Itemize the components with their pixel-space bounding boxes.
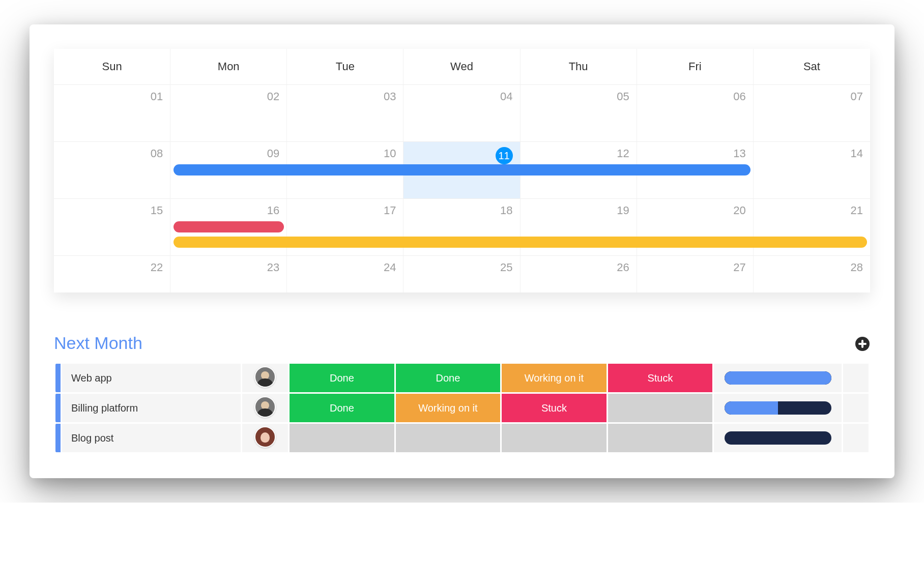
row-accent xyxy=(55,394,61,422)
calendar-body: 01 02 03 04 05 06 07 08 09 10 11 12 13 1… xyxy=(54,85,870,292)
day-header-mon: Mon xyxy=(170,49,287,85)
board-table: Web appDoneDoneWorking on itStuckBilling… xyxy=(54,362,870,454)
calendar-cell[interactable]: 03 xyxy=(287,85,403,142)
status-cell[interactable] xyxy=(290,424,394,452)
day-header-thu: Thu xyxy=(521,49,637,85)
calendar-event-bar[interactable] xyxy=(174,164,750,175)
calendar-cell[interactable]: 22 xyxy=(54,256,170,292)
calendar-cell[interactable]: 27 xyxy=(637,256,754,292)
status-cell[interactable] xyxy=(396,424,501,452)
calendar-cell[interactable]: 07 xyxy=(754,85,870,142)
timeline-cell[interactable] xyxy=(714,394,842,422)
calendar-cell[interactable]: 04 xyxy=(403,85,520,142)
day-header-sun: Sun xyxy=(54,49,170,85)
timeline-cell[interactable] xyxy=(714,424,842,452)
calendar-cell[interactable]: 06 xyxy=(637,85,754,142)
board-row: Blog post xyxy=(55,424,869,452)
trailing-cell xyxy=(843,364,869,392)
board-row: Billing platformDoneWorking on itStuck xyxy=(55,394,869,422)
status-cell[interactable]: Done xyxy=(396,364,501,392)
today-badge: 11 xyxy=(496,147,513,164)
timeline-bar xyxy=(725,371,831,385)
status-cell[interactable] xyxy=(502,424,607,452)
row-accent xyxy=(55,424,61,452)
trailing-cell xyxy=(843,394,869,422)
calendar-cell[interactable]: 05 xyxy=(521,85,637,142)
calendar-row: 22 23 24 25 26 27 28 xyxy=(54,256,870,292)
task-name[interactable]: Web app xyxy=(62,364,241,392)
day-header-fri: Fri xyxy=(637,49,754,85)
calendar: Sun Mon Tue Wed Thu Fri Sat 01 02 03 04 … xyxy=(54,49,870,292)
calendar-event-bar[interactable] xyxy=(174,221,284,232)
day-header-wed: Wed xyxy=(403,49,520,85)
calendar-cell[interactable]: 08 xyxy=(54,142,170,199)
owner-cell[interactable] xyxy=(242,394,288,422)
avatar-icon xyxy=(254,366,276,388)
svg-rect-2 xyxy=(858,343,867,345)
calendar-cell[interactable]: 24 xyxy=(287,256,403,292)
calendar-cell[interactable]: 28 xyxy=(754,256,870,292)
status-cell[interactable] xyxy=(608,424,713,452)
trailing-cell xyxy=(843,424,869,452)
timeline-bar xyxy=(725,401,831,415)
calendar-cell[interactable]: 14 xyxy=(754,142,870,199)
status-cell[interactable]: Done xyxy=(290,394,394,422)
calendar-event-bar[interactable] xyxy=(174,237,867,248)
plus-circle-icon xyxy=(855,336,870,352)
task-name[interactable]: Blog post xyxy=(62,424,241,452)
board-section: Next Month Web appDoneDoneWorking on itS… xyxy=(54,333,870,454)
avatar-icon xyxy=(254,396,276,418)
status-cell[interactable] xyxy=(608,394,713,422)
task-name[interactable]: Billing platform xyxy=(62,394,241,422)
day-header-sat: Sat xyxy=(754,49,870,85)
timeline-bar xyxy=(725,431,831,445)
calendar-header: Sun Mon Tue Wed Thu Fri Sat xyxy=(54,49,870,85)
status-cell[interactable]: Working on it xyxy=(502,364,607,392)
calendar-cell[interactable]: 15 xyxy=(54,199,170,256)
row-accent xyxy=(55,364,61,392)
day-header-tue: Tue xyxy=(287,49,403,85)
status-cell[interactable]: Stuck xyxy=(608,364,713,392)
add-button[interactable] xyxy=(855,336,870,352)
status-cell[interactable]: Working on it xyxy=(396,394,501,422)
board-row: Web appDoneDoneWorking on itStuck xyxy=(55,364,869,392)
calendar-cell[interactable]: 23 xyxy=(170,256,287,292)
timeline-cell[interactable] xyxy=(714,364,842,392)
status-cell[interactable]: Stuck xyxy=(502,394,607,422)
status-cell[interactable]: Done xyxy=(290,364,394,392)
owner-cell[interactable] xyxy=(242,424,288,452)
app-window: Sun Mon Tue Wed Thu Fri Sat 01 02 03 04 … xyxy=(30,24,894,478)
calendar-row: 01 02 03 04 05 06 07 xyxy=(54,85,870,142)
calendar-cell[interactable]: 25 xyxy=(403,256,520,292)
calendar-cell[interactable]: 26 xyxy=(521,256,637,292)
board-title: Next Month xyxy=(54,333,870,353)
calendar-cell[interactable]: 02 xyxy=(170,85,287,142)
avatar-icon xyxy=(254,426,276,448)
owner-cell[interactable] xyxy=(242,364,288,392)
calendar-cell[interactable]: 01 xyxy=(54,85,170,142)
